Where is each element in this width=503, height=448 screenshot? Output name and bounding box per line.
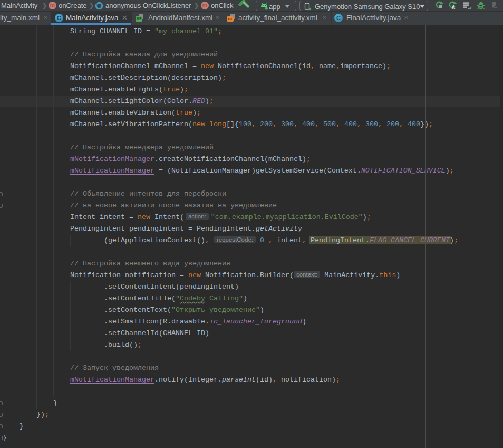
svg-text:A: A: [451, 5, 455, 10]
